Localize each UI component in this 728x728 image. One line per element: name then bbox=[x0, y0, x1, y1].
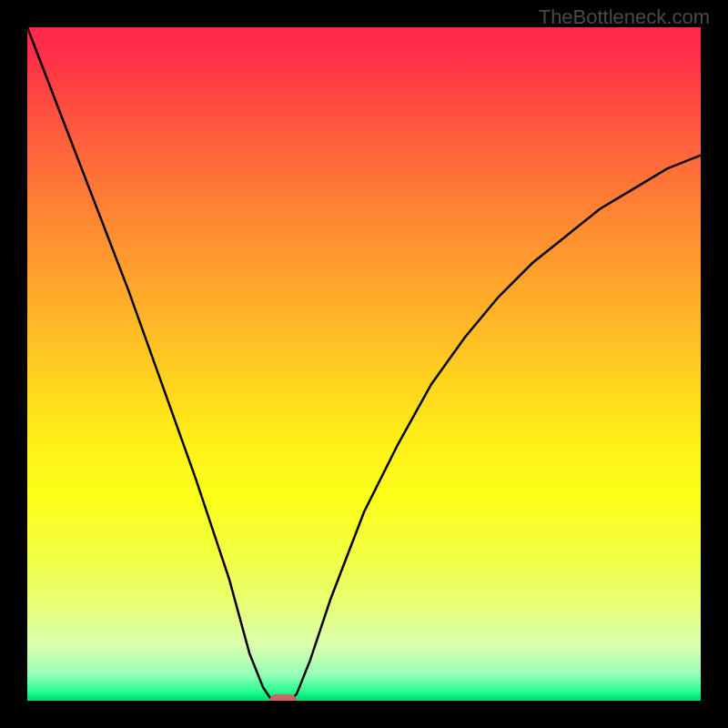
chart-area bbox=[27, 27, 701, 701]
curve-right-branch bbox=[290, 156, 701, 701]
watermark-text: TheBottleneck.com bbox=[539, 5, 710, 29]
chart-curve-svg bbox=[27, 27, 701, 701]
bottleneck-marker bbox=[269, 694, 297, 701]
curve-left-branch bbox=[27, 27, 277, 701]
